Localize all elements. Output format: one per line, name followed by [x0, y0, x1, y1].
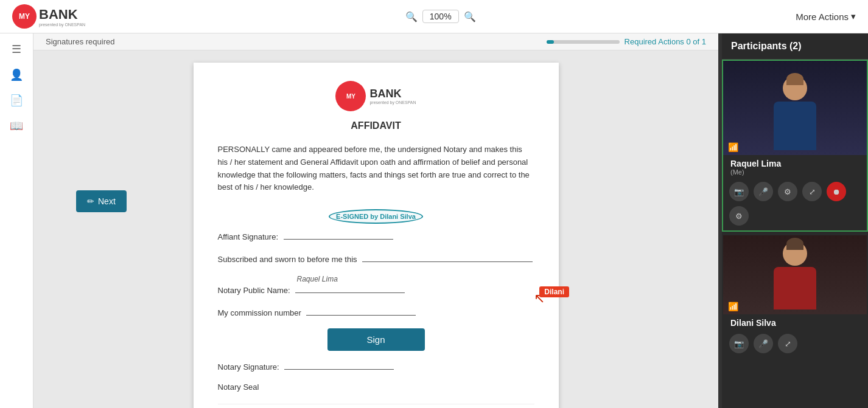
sidebar-item-person[interactable]: 👤 [10, 68, 23, 81]
raquel-camera-button[interactable]: 📷 [729, 182, 749, 201]
raquel-gear2-button[interactable]: ⚙ [729, 206, 749, 226]
zoom-out-button[interactable]: 🔍 [405, 11, 418, 22]
logo-powered: presented by ONESPAN [39, 22, 85, 27]
document-page: MY BANK presented by ONESPAN AFFIDAVIT P… [194, 63, 559, 408]
logo-my: MY [19, 12, 30, 21]
doc-title: AFFIDAVIT [218, 120, 534, 131]
required-actions-link[interactable]: Required Actions 0 of 1 [625, 37, 706, 46]
notary-name-value: Raquel Lima [297, 275, 534, 283]
progress-bar [547, 40, 620, 44]
next-label: Next [98, 196, 116, 206]
participant-card-dilani: 📶 Dilani Silva 📷 🎤 ⤢ [722, 234, 868, 359]
sign-button[interactable]: Sign [327, 328, 425, 351]
notary-sig-line [284, 360, 394, 370]
header: MY BANK presented by ONESPAN 🔍 🔍 More Ac… [0, 0, 868, 33]
dilani-video: 📶 [723, 235, 867, 314]
raquel-video: 📶 [723, 61, 867, 155]
doc-footer: This remote online notarization involved… [218, 404, 534, 408]
participants-header: Participants (2) [722, 33, 868, 60]
logo: MY BANK presented by ONESPAN [12, 4, 85, 29]
raquel-mic-button[interactable]: 🎤 [754, 182, 773, 201]
raquel-body [774, 102, 816, 150]
subscribed-label: Subscribed and sworn to before me this [218, 255, 357, 264]
raquel-controls: 📷 🎤 ⚙ ⤢ ⏺ [723, 178, 867, 206]
zoom-input[interactable] [422, 10, 459, 23]
e-signed-section: E-SIGNED by Dilani Silva [218, 209, 534, 224]
next-button-container: ✏ Next [76, 190, 127, 212]
more-actions-button[interactable]: More Actions ▾ [796, 11, 856, 22]
next-button[interactable]: ✏ Next [76, 190, 127, 212]
sidebar-item-book[interactable]: 📖 [10, 119, 23, 133]
document-area: Signatures required Required Actions 0 o… [33, 33, 718, 408]
dilani-name: Dilani Silva [730, 318, 859, 328]
dilani-camera-button[interactable]: 📷 [729, 334, 749, 353]
pencil-icon: ✏ [87, 196, 94, 206]
notary-name-line [295, 283, 405, 293]
raquel-record-button[interactable]: ⏺ [827, 182, 846, 201]
doc-toolbar: Signatures required Required Actions 0 o… [33, 33, 718, 50]
sidebar-item-document[interactable]: 📄 [10, 94, 23, 107]
raquel-settings-button[interactable]: ⚙ [778, 182, 797, 201]
chevron-down-icon: ▾ [851, 11, 856, 22]
progress-bar-container: Required Actions 0 of 1 [547, 37, 706, 46]
affiant-signature-line [284, 230, 393, 240]
raquel-sub: (Me) [730, 168, 859, 176]
affiant-signature-field: Affiant Signature: [218, 230, 534, 241]
dilani-figure [771, 241, 819, 314]
e-signed-stamp: E-SIGNED by Dilani Silva [329, 209, 423, 224]
signal-icon-dilani: 📶 [728, 302, 738, 311]
zoom-in-button[interactable]: 🔍 [464, 11, 476, 22]
header-right: More Actions ▾ [796, 11, 856, 22]
notary-sig-field: Notary Signature: [218, 360, 534, 372]
dilani-expand-button[interactable]: ⤢ [778, 334, 797, 353]
more-actions-label: More Actions [796, 12, 849, 22]
progress-fill [547, 40, 554, 44]
dilani-info: Dilani Silva [723, 314, 867, 330]
dilani-mic-button[interactable]: 🎤 [754, 334, 773, 353]
signatures-required: Signatures required [46, 37, 114, 46]
notary-name-label: Notary Public Name: [218, 286, 290, 295]
header-left: MY BANK presented by ONESPAN [12, 4, 85, 29]
dilani-body [774, 267, 816, 309]
doc-header-logo: MY BANK presented by ONESPAN [218, 81, 534, 111]
logo-bank: BANK [39, 7, 78, 22]
notary-seal: Notary Seal [218, 382, 534, 392]
commission-field: My commission number [218, 306, 534, 317]
subscribed-field: Subscribed and sworn to before me this [218, 252, 534, 264]
header-center: 🔍 🔍 [405, 10, 476, 23]
doc-scroll[interactable]: ✏ Next ↖ Dilani MY BANK presented by ONE… [33, 50, 718, 408]
doc-body-text: PERSONALLY came and appeared before me, … [218, 143, 534, 194]
doc-logo-text: BANK presented by ONESPAN [369, 81, 416, 111]
notary-sig-label: Notary Signature: [218, 362, 279, 372]
logo-circle: MY [12, 4, 37, 29]
dilani-head [783, 241, 807, 266]
dilani-badge: Dilani [539, 286, 569, 297]
notary-name-field: Raquel Lima Notary Public Name: [218, 275, 534, 295]
left-sidebar: ☰ 👤 📄 📖 [0, 33, 33, 408]
dilani-controls: 📷 🎤 ⤢ [723, 330, 867, 358]
doc-logo-powered: presented by ONESPAN [369, 100, 416, 105]
raquel-info: Raquel Lima (Me) [723, 155, 867, 178]
main-layout: ☰ 👤 📄 📖 Signatures required Required Act… [0, 33, 868, 408]
signal-icon-raquel: 📶 [728, 142, 738, 152]
raquel-name: Raquel Lima [730, 159, 859, 168]
raquel-head [783, 76, 807, 100]
participant-card-raquel: 📶 Raquel Lima (Me) 📷 🎤 ⚙ ⤢ ⏺ ⚙ [722, 60, 868, 232]
subscribed-line [362, 252, 533, 262]
raquel-expand-button[interactable]: ⤢ [802, 182, 822, 201]
affiant-signature-label: Affiant Signature: [218, 232, 279, 241]
logo-text: BANK presented by ONESPAN [39, 7, 85, 27]
sidebar-item-menu[interactable]: ☰ [12, 43, 21, 56]
doc-logo-circle: MY [335, 81, 366, 111]
commission-line [306, 306, 416, 316]
doc-logo-bank: BANK [369, 88, 416, 100]
raquel-figure [771, 76, 819, 155]
right-panel: Participants (2) 📶 Raquel Lima (Me) 📷 🎤 [722, 33, 868, 408]
commission-label: My commission number [218, 308, 301, 317]
